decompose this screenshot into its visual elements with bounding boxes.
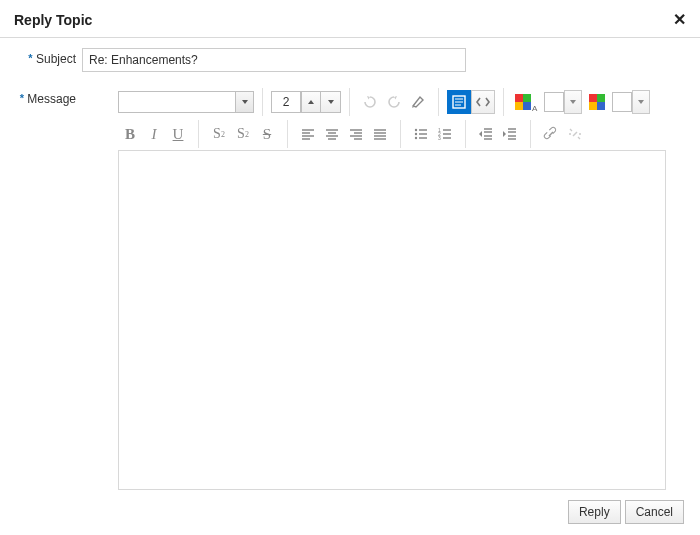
clear-format-button[interactable] — [406, 90, 430, 114]
text-color-swatch[interactable] — [544, 92, 564, 112]
underline-button[interactable]: U — [166, 122, 190, 146]
bg-color-picker-button[interactable] — [632, 90, 650, 114]
bg-color-button[interactable] — [586, 90, 608, 114]
message-label: Message — [27, 92, 76, 106]
align-center-button[interactable] — [320, 122, 344, 146]
font-family-select[interactable] — [118, 91, 254, 113]
required-marker: * — [20, 92, 24, 104]
bg-color-swatch[interactable] — [612, 92, 632, 112]
subject-label: Subject — [36, 52, 76, 66]
svg-point-21 — [415, 133, 417, 135]
font-color-button[interactable]: A — [512, 90, 540, 114]
message-textarea[interactable] — [118, 150, 666, 490]
subject-label-cell: * Subject — [14, 48, 82, 66]
mode-rich-button[interactable] — [447, 90, 471, 114]
undo-button[interactable] — [358, 90, 382, 114]
italic-button[interactable]: I — [142, 122, 166, 146]
toolbar-row-1: A — [82, 86, 666, 118]
align-justify-button[interactable] — [368, 122, 392, 146]
message-label-cell: * Message — [14, 86, 82, 106]
subject-row: * Subject — [0, 38, 700, 72]
superscript-button[interactable]: S2 — [231, 122, 255, 146]
font-size-up-button[interactable] — [301, 91, 321, 113]
cancel-button[interactable]: Cancel — [625, 500, 684, 524]
dialog-footer: Reply Cancel — [0, 490, 700, 535]
bold-button[interactable]: B — [118, 122, 142, 146]
close-button[interactable]: ✕ — [673, 10, 686, 29]
align-left-button[interactable] — [296, 122, 320, 146]
indent-button[interactable] — [498, 122, 522, 146]
required-marker: * — [28, 52, 32, 64]
dialog-title: Reply Topic — [14, 12, 92, 28]
dialog-header: Reply Topic ✕ — [0, 0, 700, 38]
svg-point-22 — [415, 137, 417, 139]
multicolor-icon — [589, 94, 605, 110]
svg-point-20 — [415, 129, 417, 131]
message-row: * Message — [0, 72, 700, 490]
subject-input[interactable] — [82, 48, 466, 72]
link-button[interactable] — [539, 122, 563, 146]
font-size-down-button[interactable] — [321, 91, 341, 113]
reply-button[interactable]: Reply — [568, 500, 621, 524]
redo-button[interactable] — [382, 90, 406, 114]
font-size-input[interactable] — [271, 91, 301, 113]
unordered-list-button[interactable] — [409, 122, 433, 146]
unlink-button[interactable] — [563, 122, 587, 146]
chevron-down-icon — [235, 92, 253, 112]
mode-source-button[interactable] — [471, 90, 495, 114]
strikethrough-button[interactable]: S — [255, 122, 279, 146]
outdent-button[interactable] — [474, 122, 498, 146]
text-color-picker-button[interactable] — [564, 90, 582, 114]
svg-text:3: 3 — [438, 135, 441, 141]
align-right-button[interactable] — [344, 122, 368, 146]
editor-wrap: A B I U S2 — [82, 86, 686, 490]
multicolor-icon — [515, 94, 531, 110]
ordered-list-button[interactable]: 123 — [433, 122, 457, 146]
toolbar-row-2: B I U S2 S2 S — [82, 118, 666, 150]
subscript-button[interactable]: S2 — [207, 122, 231, 146]
